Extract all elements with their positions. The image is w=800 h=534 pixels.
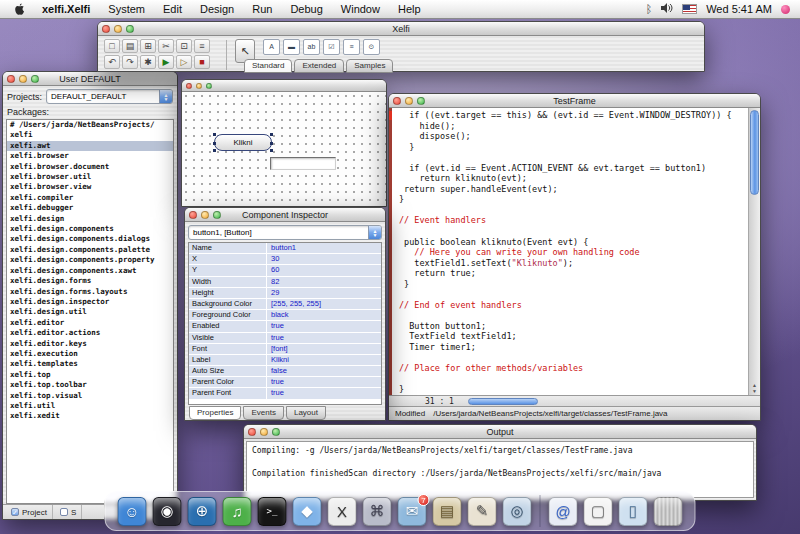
minimize-button[interactable] [201, 211, 209, 219]
close-button[interactable] [186, 83, 192, 89]
editor-vertical-scrollbar[interactable]: ▲▼ [748, 108, 760, 395]
tab-samples[interactable]: Samples [346, 59, 393, 73]
browser-icon[interactable]: ⊕ [188, 497, 217, 526]
user-switch-icon[interactable] [781, 5, 790, 14]
scrollbar-thumb[interactable] [750, 110, 759, 195]
package-item[interactable]: xelfi.top [7, 370, 173, 380]
package-item[interactable]: xelfi.debugger [7, 203, 173, 213]
package-item[interactable]: xelfi.compiler [7, 193, 173, 203]
new-form-icon[interactable]: □ [104, 39, 120, 53]
package-item[interactable]: xelfi.top.visual [7, 391, 173, 401]
checkbox-icon[interactable] [60, 508, 68, 516]
package-item[interactable]: xelfi.design.inspector [7, 297, 173, 307]
property-row[interactable]: LabelKlikni [189, 355, 381, 366]
property-row[interactable]: Height29 [189, 288, 381, 299]
open-project-icon[interactable]: ▤ [122, 39, 138, 53]
input-language-flag-icon[interactable] [682, 4, 697, 14]
property-row[interactable]: Y60 [189, 265, 381, 276]
finder-icon[interactable]: ☺ [118, 497, 147, 526]
package-item[interactable]: xelfi.awt [7, 141, 173, 151]
palette-checkbox-icon[interactable]: ☑ [323, 39, 340, 55]
checkbox-icon[interactable]: ✓ [11, 508, 19, 516]
zoom-button[interactable] [206, 83, 212, 89]
palette-label-icon[interactable]: A [263, 39, 280, 55]
close-button[interactable] [189, 211, 197, 219]
package-item[interactable]: xelfi.design.components.xawt [7, 266, 173, 276]
box-icon[interactable]: ▢ [584, 497, 613, 526]
x11-icon[interactable]: X [328, 497, 357, 526]
package-item[interactable]: xelfi.editor [7, 318, 173, 328]
property-row[interactable]: Enabledtrue [189, 321, 381, 332]
minimize-button[interactable] [19, 75, 27, 83]
designed-textfield[interactable] [270, 157, 336, 170]
code-area[interactable]: if ((evt.target == this) && (evt.id == E… [389, 108, 748, 395]
package-item[interactable]: xelfi.util [7, 401, 173, 411]
output-lines[interactable]: Compiling: -g /Users/jarda/NetBeansProje… [246, 441, 754, 498]
cut-icon[interactable]: ✂ [158, 39, 174, 53]
volume-icon[interactable] [661, 3, 673, 15]
tab-standard[interactable]: Standard [244, 59, 292, 73]
tab-extended[interactable]: Extended [294, 59, 344, 73]
footer-tab-s[interactable]: S [55, 505, 82, 519]
package-item[interactable]: xelfi.browser [7, 151, 173, 161]
minimize-button[interactable] [405, 97, 413, 105]
package-item[interactable]: xelfi.editor.actions [7, 328, 173, 338]
menu-clock[interactable]: Wed 5:41 AM [706, 3, 772, 15]
apple-menu[interactable] [6, 3, 33, 16]
stamp-icon[interactable]: ▤ [433, 497, 462, 526]
package-item[interactable]: xelfi.xedit [7, 411, 173, 421]
property-row[interactable]: Foreground Colorblack [189, 310, 381, 321]
at-icon[interactable]: @ [549, 497, 578, 526]
tab-events[interactable]: Events [243, 406, 283, 420]
palette-button-icon[interactable]: ▬ [283, 39, 300, 55]
palette-list-icon[interactable]: ≡ [343, 39, 360, 55]
property-row[interactable]: Parent Fonttrue [189, 388, 381, 399]
package-item[interactable]: xelfi.design.forms.layouts [7, 287, 173, 297]
package-item[interactable]: xelfi.templates [7, 359, 173, 369]
package-item[interactable]: xelfi.browser.util [7, 172, 173, 182]
paste-icon[interactable]: ≡ [194, 39, 210, 53]
selection-handle[interactable] [270, 142, 273, 145]
menu-item-xelfi-xelfi[interactable]: xelfi.Xelfi [33, 3, 99, 15]
package-item[interactable]: xelfi [7, 130, 173, 140]
scrollbar-arrows-icon[interactable]: ▲▼ [749, 382, 760, 394]
property-row[interactable]: Font[font] [189, 344, 381, 355]
selection-handle[interactable] [213, 142, 216, 145]
package-item[interactable]: xelfi.design.components [7, 224, 173, 234]
zoom-button[interactable] [417, 97, 425, 105]
component-combo[interactable]: button1, [Button] ▲▼ [188, 225, 382, 240]
copy-icon[interactable]: ⊡ [176, 39, 192, 53]
property-row[interactable]: Namebutton1 [189, 243, 381, 254]
package-item[interactable]: xelfi.editor.keys [7, 339, 173, 349]
menu-item-edit[interactable]: Edit [154, 3, 191, 15]
editor-hscroll-row[interactable]: 31 : 1 [389, 395, 760, 406]
property-row[interactable]: X30 [189, 254, 381, 265]
zoom-button[interactable] [126, 25, 134, 33]
property-row[interactable]: Parent Colortrue [189, 377, 381, 388]
undo-icon[interactable]: ↶ [104, 55, 120, 69]
output-titlebar[interactable]: Output [244, 425, 756, 439]
zoom-button[interactable] [31, 75, 39, 83]
package-item[interactable]: xelfi.browser.document [7, 162, 173, 172]
package-item[interactable]: xelfi.design.components.property [7, 255, 173, 265]
package-item[interactable]: # /Users/jarda/NetBeansProjects/ [7, 120, 173, 130]
cube-icon[interactable]: ◆ [293, 497, 322, 526]
terminal-icon[interactable]: >_ [258, 497, 287, 526]
minimize-button[interactable] [196, 83, 202, 89]
edit-icon[interactable]: ✎ [468, 497, 497, 526]
minimize-button[interactable] [114, 25, 122, 33]
debug-icon[interactable]: ▷ [176, 55, 192, 69]
minimize-button[interactable] [260, 428, 268, 436]
bluetooth-icon[interactable]: ᛒ [646, 3, 653, 15]
redo-icon[interactable]: ↷ [122, 55, 138, 69]
menu-item-help[interactable]: Help [389, 3, 430, 15]
package-item[interactable]: xelfi.top.toolbar [7, 380, 173, 390]
selection-handle[interactable] [213, 133, 216, 136]
palette-timer-icon[interactable]: ⊙ [363, 39, 380, 55]
breakpoint-mark-icon[interactable] [389, 111, 392, 120]
menu-item-debug[interactable]: Debug [281, 3, 331, 15]
package-item[interactable]: xelfi.browser.view [7, 182, 173, 192]
stop-icon[interactable]: ■ [194, 55, 210, 69]
close-button[interactable] [102, 25, 110, 33]
property-row[interactable]: Visibletrue [189, 333, 381, 344]
